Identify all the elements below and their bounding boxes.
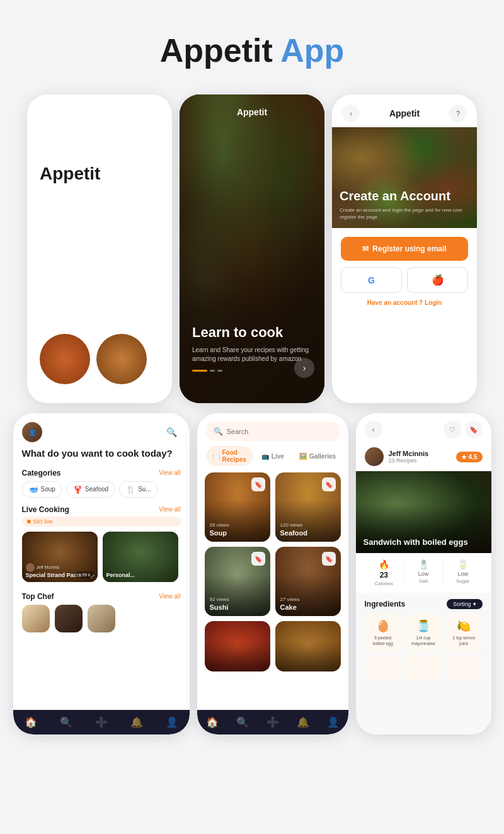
apple-login-button[interactable]: 🍎 (407, 267, 468, 293)
food-recipes-emoji: 🍽️ (212, 453, 220, 460)
more-card-1[interactable] (205, 621, 270, 671)
live-tab-label: Live (272, 453, 284, 460)
cake-views: 27 views (280, 597, 336, 602)
register-hero-title: Create an Account (340, 189, 469, 203)
register-hero-subtitle: Create an account and login the page and… (340, 207, 469, 220)
cat-nav-user-icon[interactable]: 👤 (327, 716, 340, 728)
bookmark-button[interactable]: 🔖 (465, 421, 483, 438)
nav-user-icon[interactable]: 👤 (166, 716, 178, 728)
tab-food-recipes[interactable]: 🍽️ Food Recipes (206, 446, 253, 466)
chef-avatar-2[interactable] (55, 605, 83, 632)
live-emoji: 📺 (261, 453, 269, 460)
categories-view-all[interactable]: View all (159, 469, 180, 476)
splash-screen: Appetit (27, 94, 172, 403)
search-input[interactable] (227, 428, 332, 435)
category-soup[interactable]: 🥣 Soup (22, 481, 62, 498)
star-icon: ★ (461, 454, 467, 460)
nav-bell-icon[interactable]: 🔔 (130, 716, 143, 728)
recipe-card-sushi[interactable]: 🔖 92 views Sushi (205, 547, 270, 616)
categories-header: Categories View all (13, 464, 190, 481)
soup-title: Soup (210, 529, 265, 537)
header-title-blue: App (280, 32, 344, 69)
cooking-card-1-chef: Jeff Mcinnis (26, 563, 94, 572)
recipe-card-cake[interactable]: 🔖 27 views Cake (275, 547, 341, 616)
cat-nav-bell-icon[interactable]: 🔔 (297, 716, 309, 728)
ingredient-lemon: 🍋 1 tsp lemon juice (445, 614, 482, 651)
email-icon: ✉ (362, 244, 369, 253)
sorting-button[interactable]: Sorting ▾ (447, 599, 483, 609)
sugar-value: Low (457, 571, 468, 577)
header-title-black: Appetit (160, 32, 273, 69)
live-dot-indicator (27, 520, 31, 523)
login-link[interactable]: Login (425, 299, 442, 306)
detail-food-image: Sandwich with boiled eggs (356, 471, 491, 553)
app-header: Appetit App (0, 0, 504, 94)
user-avatar[interactable]: 👤 (22, 422, 42, 442)
hero-dot-1 (192, 370, 207, 372)
live-view-all[interactable]: View all (159, 506, 180, 513)
register-back-button[interactable]: ‹ (342, 105, 360, 122)
rating-value: 4.5 (469, 454, 478, 460)
ingredient-partial-1 (365, 655, 401, 680)
nav-search-icon[interactable]: 🔍 (60, 716, 72, 728)
hero-next-button[interactable]: › (294, 358, 314, 378)
egg-emoji: 🥚 (376, 619, 390, 633)
avatar-icon: 👤 (28, 429, 36, 436)
recipe-card-soup[interactable]: 🔖 28 views Soup (205, 472, 270, 542)
calories-label: Calories (375, 581, 393, 586)
sushi-bookmark[interactable]: 🔖 (251, 552, 265, 566)
salt-value: Low (418, 571, 429, 577)
top-chef-label: Top Chef (22, 592, 54, 601)
ingredient-mayo: 🫙 1/4 cup mayonnaise (405, 614, 442, 651)
mayo-emoji: 🫙 (416, 619, 430, 633)
nav-add-icon[interactable]: ➕ (95, 716, 108, 728)
chef-detail-name: Jeff Mcinnis (389, 450, 429, 457)
seafood-views: 120 views (280, 522, 336, 528)
soup-bookmark[interactable]: 🔖 (251, 477, 265, 491)
categories-row: 🥣 Soup 🦞 Seafood 🍴 Su... (13, 481, 190, 503)
expand-icon[interactable]: ⤢ (90, 573, 95, 580)
cooking-card-2[interactable]: Personal... (103, 532, 178, 582)
chef-avatars-row (13, 605, 190, 637)
cat-nav-home-icon[interactable]: 🏠 (206, 716, 219, 728)
tab-galleries[interactable]: 🖼️ Galleries (293, 446, 342, 466)
categories-screen: 🔍 🍽️ Food Recipes 📺 Live 🖼️ Galleries 🔖 (197, 413, 348, 734)
cake-bookmark[interactable]: 🔖 (322, 552, 336, 566)
chef-avatar-3[interactable] (88, 605, 115, 632)
home-screen: 👤 🔍 What do you want to cook today? Cate… (13, 413, 190, 734)
categories-navbar: 🏠 🔍 ➕ 🔔 👤 (197, 710, 348, 734)
seafood-label: Seafood (85, 486, 108, 493)
search-icon[interactable]: 🔍 (163, 423, 181, 441)
register-info-button[interactable]: ? (449, 105, 467, 122)
bottom-screens-row: 👤 🔍 What do you want to cook today? Cate… (0, 413, 504, 753)
cooking-card-1[interactable]: Jeff Mcinnis Special Strand Pasta + 99 k… (22, 532, 98, 582)
sushi-title: Sushi (210, 603, 265, 611)
cat-nav-add-icon[interactable]: ➕ (266, 716, 279, 728)
register-header: ‹ Appetit ? (332, 94, 477, 127)
sugar-label: Sugar (456, 578, 469, 584)
cat-nav-search-icon[interactable]: 🔍 (236, 716, 249, 728)
recipe-card-seafood[interactable]: 🔖 120 views Seafood (275, 472, 341, 542)
nav-home-icon[interactable]: 🏠 (25, 716, 37, 728)
category-seafood[interactable]: 🦞 Seafood (66, 481, 115, 498)
tab-live[interactable]: 📺 Live (255, 446, 290, 466)
cooking-cards-row: Jeff Mcinnis Special Strand Pasta + 99 k… (13, 529, 190, 587)
hero-dot-2 (210, 370, 215, 372)
chef-avatar-1 (26, 563, 35, 572)
calories-value: 23 (380, 571, 388, 580)
register-email-button[interactable]: ✉ Register using email (341, 237, 468, 261)
hero-screen: Appetit Learn to cook Learn and Share yo… (180, 94, 324, 403)
more-card-2[interactable] (275, 621, 341, 671)
chef-avatar-1[interactable] (22, 605, 50, 632)
lemon-name: 1 tsp lemon juice (449, 635, 478, 646)
seafood-bookmark[interactable]: 🔖 (322, 477, 336, 491)
chef-view-all[interactable]: View all (159, 593, 180, 600)
google-login-button[interactable]: G (341, 267, 402, 293)
favorite-button[interactable]: ♡ (444, 421, 461, 438)
recipe-grid: 🔖 28 views Soup 🔖 120 views Seafood 🔖 (197, 472, 348, 616)
galleries-emoji: 🖼️ (299, 453, 307, 460)
search-bar[interactable]: 🔍 (206, 422, 340, 441)
detail-back-button[interactable]: ‹ (365, 421, 382, 438)
hero-title: Learn to cook (192, 324, 312, 341)
category-more[interactable]: 🍴 Su... (119, 481, 158, 498)
